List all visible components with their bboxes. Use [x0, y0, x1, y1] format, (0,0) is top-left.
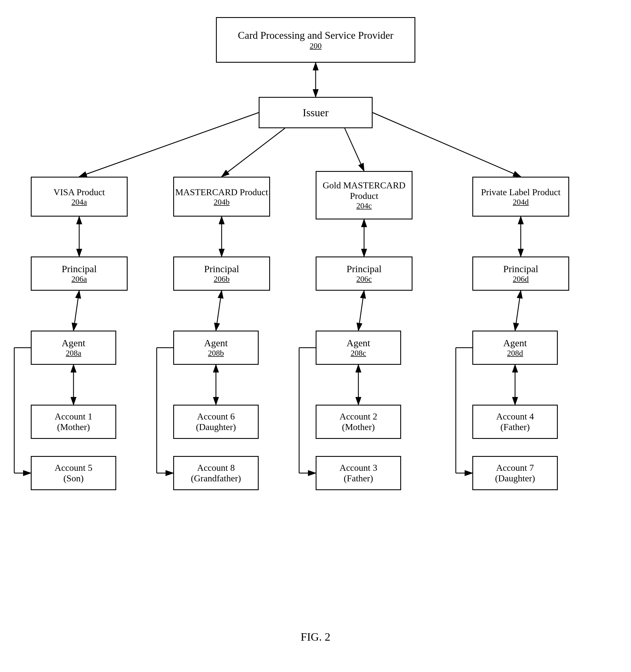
account-5-label: Account 5(Son): [55, 462, 92, 484]
fig-caption: FIG. 2: [300, 630, 330, 644]
svg-line-13: [358, 291, 364, 331]
svg-line-14: [515, 291, 521, 331]
svg-line-4: [222, 128, 285, 177]
agent-c-node: Agent 208c: [316, 331, 401, 365]
product-b-node: MASTERCARD Product 204b: [173, 177, 270, 217]
account-2-node: Account 2(Mother): [316, 405, 401, 439]
svg-line-3: [79, 113, 259, 177]
product-b-label: MASTERCARD Product: [175, 187, 268, 197]
issuer-label: Issuer: [303, 106, 329, 119]
agent-d-node: Agent 208d: [472, 331, 558, 365]
agent-c-ref: 208c: [351, 349, 366, 358]
product-a-ref: 204a: [72, 197, 87, 207]
agent-d-label: Agent: [503, 338, 527, 349]
principal-b-ref: 206b: [214, 274, 229, 284]
account-8-label: Account 8(Grandfather): [191, 462, 241, 484]
product-c-ref: 204c: [356, 201, 372, 210]
agent-c-label: Agent: [346, 338, 370, 349]
diagram-container: Card Processing and Service Provider 200…: [0, 0, 631, 672]
product-d-node: Private Label Product 204d: [472, 177, 569, 217]
provider-ref: 200: [310, 41, 322, 50]
principal-b-label: Principal: [204, 264, 239, 274]
principal-a-node: Principal 206a: [31, 257, 128, 291]
account-4-label: Account 4(Father): [496, 411, 534, 432]
account-6-node: Account 6(Daughter): [173, 405, 259, 439]
svg-line-5: [345, 128, 364, 171]
principal-d-ref: 206d: [513, 274, 529, 284]
svg-line-12: [216, 291, 222, 331]
account-4-node: Account 4(Father): [472, 405, 558, 439]
principal-a-label: Principal: [62, 264, 97, 274]
principal-d-label: Principal: [503, 264, 538, 274]
provider-node: Card Processing and Service Provider 200: [216, 17, 415, 63]
agent-b-label: Agent: [204, 338, 227, 349]
account-7-label: Account 7(Daughter): [495, 462, 535, 484]
principal-b-node: Principal 206b: [173, 257, 270, 291]
product-c-node: Gold MASTERCARD Product 204c: [316, 171, 413, 219]
provider-label: Card Processing and Service Provider: [238, 29, 393, 41]
agent-b-ref: 208b: [208, 349, 224, 358]
principal-c-ref: 206c: [356, 274, 372, 284]
account-8-node: Account 8(Grandfather): [173, 456, 259, 490]
agent-a-ref: 208a: [66, 349, 81, 358]
product-d-ref: 204d: [513, 197, 529, 207]
principal-d-node: Principal 206d: [472, 257, 569, 291]
product-d-label: Private Label Product: [481, 187, 560, 197]
product-a-label: VISA Product: [53, 187, 105, 197]
agent-a-node: Agent 208a: [31, 331, 116, 365]
account-7-node: Account 7(Daughter): [472, 456, 558, 490]
account-2-label: Account 2(Mother): [340, 411, 377, 432]
account-3-label: Account 3(Father): [340, 462, 377, 484]
principal-c-label: Principal: [347, 264, 382, 274]
agent-b-node: Agent 208b: [173, 331, 259, 365]
product-a-node: VISA Product 204a: [31, 177, 128, 217]
svg-line-11: [73, 291, 79, 331]
svg-line-6: [372, 113, 521, 177]
account-5-node: Account 5(Son): [31, 456, 116, 490]
account-1-label: Account 1(Mother): [55, 411, 92, 432]
agent-a-label: Agent: [62, 338, 85, 349]
account-3-node: Account 3(Father): [316, 456, 401, 490]
agent-d-ref: 208d: [507, 349, 523, 358]
product-c-label: Gold MASTERCARD Product: [316, 180, 412, 201]
product-b-ref: 204b: [214, 197, 229, 207]
principal-c-node: Principal 206c: [316, 257, 413, 291]
account-1-node: Account 1(Mother): [31, 405, 116, 439]
account-6-label: Account 6(Daughter): [196, 411, 236, 432]
issuer-node: Issuer: [259, 97, 372, 128]
principal-a-ref: 206a: [72, 274, 87, 284]
